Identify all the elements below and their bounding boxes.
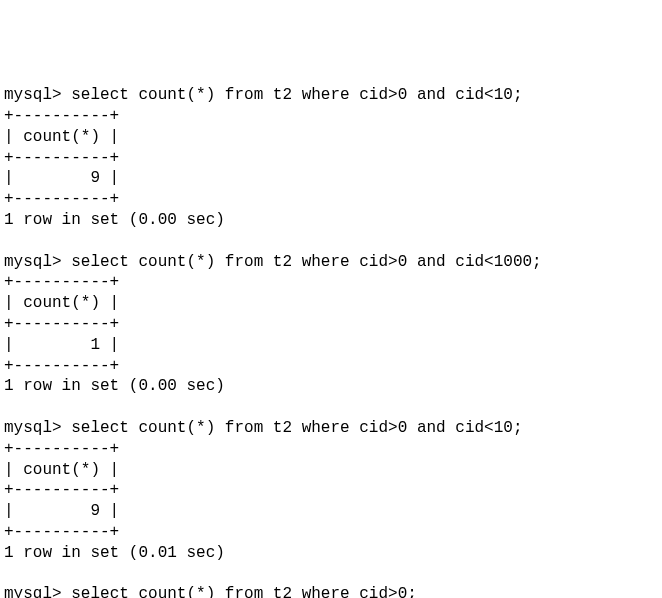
table-header: | count(*) | bbox=[4, 461, 119, 479]
query-block: mysql> select count(*) from t2 where cid… bbox=[4, 253, 542, 396]
mysql-prompt: mysql> bbox=[4, 585, 62, 598]
table-header: | count(*) | bbox=[4, 294, 119, 312]
sql-statement: select count(*) from t2 where cid>0 and … bbox=[71, 86, 522, 104]
table-border: +----------+ bbox=[4, 440, 119, 458]
mysql-prompt: mysql> bbox=[4, 253, 62, 271]
mysql-prompt: mysql> bbox=[4, 86, 62, 104]
mysql-terminal: mysql> select count(*) from t2 where cid… bbox=[4, 85, 658, 598]
table-row: | 9 | bbox=[4, 169, 119, 187]
result-footer: 1 row in set (0.00 sec) bbox=[4, 377, 225, 395]
table-border: +----------+ bbox=[4, 315, 119, 333]
table-border: +----------+ bbox=[4, 357, 119, 375]
table-border: +----------+ bbox=[4, 481, 119, 499]
sql-statement: select count(*) from t2 where cid>0 and … bbox=[71, 253, 541, 271]
query-block: mysql> select count(*) from t2 where cid… bbox=[4, 419, 523, 562]
table-header: | count(*) | bbox=[4, 128, 119, 146]
table-border: +----------+ bbox=[4, 107, 119, 125]
table-border: +----------+ bbox=[4, 523, 119, 541]
table-border: +----------+ bbox=[4, 149, 119, 167]
table-border: +----------+ bbox=[4, 190, 119, 208]
mysql-prompt: mysql> bbox=[4, 419, 62, 437]
query-block: mysql> select count(*) from t2 where cid… bbox=[4, 585, 417, 598]
result-footer: 1 row in set (0.00 sec) bbox=[4, 211, 225, 229]
result-footer: 1 row in set (0.01 sec) bbox=[4, 544, 225, 562]
query-block: mysql> select count(*) from t2 where cid… bbox=[4, 86, 523, 229]
table-row: | 1 | bbox=[4, 336, 119, 354]
table-border: +----------+ bbox=[4, 273, 119, 291]
sql-statement: select count(*) from t2 where cid>0; bbox=[71, 585, 417, 598]
table-row: | 9 | bbox=[4, 502, 119, 520]
sql-statement: select count(*) from t2 where cid>0 and … bbox=[71, 419, 522, 437]
